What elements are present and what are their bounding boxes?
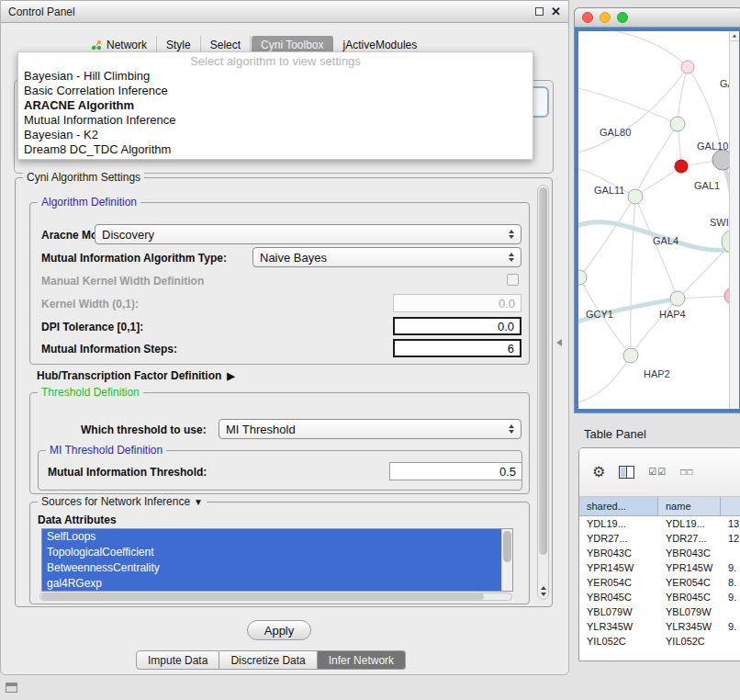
collapse-arrow-icon[interactable]: ▼ bbox=[194, 497, 203, 507]
which-threshold-select[interactable]: MI Threshold bbox=[219, 419, 521, 439]
scrollbar-thumb[interactable] bbox=[539, 187, 547, 555]
cell: YBL079W bbox=[658, 604, 721, 619]
cyni-algorithm-settings-group: Cyni Algorithm Settings Algorithm Defini… bbox=[15, 177, 553, 607]
table-row[interactable]: YBR043C YBR043C bbox=[579, 546, 740, 560]
mi-type-label: Mutual Information Algorithm Type: bbox=[41, 252, 227, 265]
minimize-traffic-light[interactable] bbox=[600, 12, 611, 23]
gear-icon[interactable]: ⚙ bbox=[592, 465, 605, 480]
scrollbar-arrows[interactable] bbox=[538, 584, 548, 598]
column-header-clipped[interactable] bbox=[721, 497, 740, 516]
mi-type-select[interactable]: Naive Bayes bbox=[252, 247, 521, 267]
network-node-label: GAL4 bbox=[653, 235, 678, 246]
table-row[interactable]: YER054C YER054C 8. bbox=[579, 575, 740, 590]
dropdown-item[interactable]: Mutual Information Inference bbox=[18, 113, 533, 128]
dropdown-item-selected[interactable]: ARACNE Algorithm bbox=[18, 98, 533, 113]
network-node-label: GAL80 bbox=[600, 127, 631, 138]
table-row[interactable]: YPR145W YPR145W 9. bbox=[579, 560, 740, 575]
cell: YBR043C bbox=[658, 546, 721, 560]
zoom-traffic-light[interactable] bbox=[617, 12, 628, 23]
sources-group: Sources for Network Inference ▼ Data Att… bbox=[29, 502, 530, 604]
deselect-all-checkboxes-icon[interactable]: □□ bbox=[680, 468, 693, 477]
select-all-checkboxes-icon[interactable]: ☑☑ bbox=[648, 468, 667, 477]
docked-panel-icon[interactable] bbox=[6, 683, 17, 693]
close-icon[interactable]: ✕ bbox=[551, 6, 561, 17]
tab-discretize-data[interactable]: Discretize Data bbox=[219, 650, 317, 670]
list-horizontal-scrollbar[interactable] bbox=[39, 593, 512, 601]
apply-button[interactable]: Apply bbox=[247, 620, 311, 640]
column-header-shared-name[interactable]: shared... bbox=[579, 497, 658, 516]
mi-threshold-group: MI Threshold Definition Mutual Informati… bbox=[38, 450, 522, 491]
kernel-width-field[interactable]: 0.0 bbox=[393, 294, 521, 312]
control-panel-window: Control Panel ✕ Network Style Select Cyn… bbox=[0, 0, 569, 675]
tab-label: Network bbox=[107, 39, 147, 51]
scroll-up-icon[interactable] bbox=[541, 586, 546, 590]
dpi-tolerance-field[interactable]: 0.0 bbox=[393, 317, 521, 335]
tab-impute-data[interactable]: Impute Data bbox=[136, 650, 219, 670]
cell bbox=[721, 546, 740, 560]
hub-definition-label: Hub/Transcription Factor Definition bbox=[37, 369, 221, 382]
network-node[interactable] bbox=[670, 291, 685, 306]
network-tab-icon bbox=[91, 40, 102, 51]
hub-definition-expander[interactable]: Hub/Transcription Factor Definition ▶ bbox=[37, 369, 235, 382]
network-window-titlebar[interactable] bbox=[575, 8, 740, 28]
column-header-name[interactable]: name bbox=[658, 497, 721, 516]
network-node[interactable] bbox=[578, 270, 587, 285]
table-row[interactable]: YIL052C YIL052C bbox=[579, 634, 740, 649]
selected-value: Naive Bayes bbox=[260, 251, 327, 265]
table-row[interactable]: YBR045C YBR045C 9. bbox=[579, 590, 740, 604]
manual-kernel-checkbox[interactable] bbox=[507, 274, 519, 286]
scrollbar-thumb[interactable] bbox=[41, 593, 484, 600]
dropdown-item[interactable]: Basic Correlation Inference bbox=[18, 84, 533, 98]
list-item[interactable]: BetweennessCentrality bbox=[42, 560, 501, 576]
network-node-label: GAL1 bbox=[694, 180, 720, 191]
cell: 9. bbox=[721, 560, 740, 575]
scrollbar-thumb[interactable] bbox=[503, 531, 511, 562]
dropdown-item[interactable]: Bayesian - Hill Climbing bbox=[18, 69, 533, 84]
table-row[interactable]: YDR27... YDR27... 12 bbox=[579, 531, 740, 546]
data-attributes-list[interactable]: SelfLoops TopologicalCoefficient Between… bbox=[41, 528, 513, 592]
table-panel-title: Table Panel bbox=[584, 427, 646, 441]
sources-expander[interactable]: Sources for Network Inference ▼ bbox=[38, 495, 207, 508]
list-item[interactable]: SelfLoops bbox=[42, 529, 501, 545]
network-node[interactable] bbox=[623, 348, 638, 363]
mi-steps-field[interactable]: 6 bbox=[393, 339, 521, 357]
dropdown-item[interactable]: Dream8 DC_TDC Algorithm bbox=[18, 142, 533, 157]
combo-arrows-icon bbox=[501, 253, 514, 262]
cell: YLR345W bbox=[658, 619, 721, 634]
list-item[interactable]: TopologicalCoefficient bbox=[42, 545, 501, 560]
network-canvas[interactable]: GAL80 GAL10 GAL11 GAL1 SWI4 GAL4 GCY1 HA… bbox=[578, 31, 739, 409]
network-scrollbar[interactable] bbox=[729, 31, 739, 409]
cell: YIL052C bbox=[658, 634, 721, 649]
settings-scrollbar[interactable] bbox=[537, 185, 549, 600]
tab-infer-network[interactable]: Infer Network bbox=[318, 650, 406, 670]
control-panel-titlebar[interactable]: Control Panel ✕ bbox=[1, 1, 568, 23]
cell: 9. bbox=[721, 619, 740, 634]
table-toolbar: ⚙ ☑☑ □□ bbox=[579, 448, 740, 497]
aracne-mode-select[interactable]: Discovery bbox=[95, 224, 521, 244]
group-title: Cyni Algorithm Settings bbox=[23, 171, 144, 184]
cell: 9. bbox=[721, 590, 740, 604]
cell: YDL19... bbox=[579, 516, 658, 531]
float-window-icon[interactable] bbox=[535, 7, 544, 16]
mi-threshold-field[interactable]: 0.5 bbox=[389, 462, 522, 480]
table-row[interactable]: YLR345W YLR345W 9. bbox=[579, 619, 740, 634]
network-node[interactable] bbox=[675, 160, 688, 173]
close-traffic-light[interactable] bbox=[582, 12, 593, 23]
cell: YER054C bbox=[658, 575, 721, 590]
cell: YDR27... bbox=[579, 531, 658, 546]
expand-arrow-icon[interactable]: ▶ bbox=[227, 370, 234, 382]
scroll-up-button[interactable] bbox=[730, 31, 739, 41]
table-row[interactable]: YDL19... YDL19... 13 bbox=[579, 516, 740, 531]
dropdown-item[interactable]: Bayesian - K2 bbox=[18, 128, 533, 142]
panel-collapse-icon[interactable] bbox=[556, 339, 562, 346]
dpi-tolerance-label: DPI Tolerance [0,1]: bbox=[41, 321, 143, 333]
scroll-down-icon[interactable] bbox=[541, 593, 546, 596]
network-node[interactable] bbox=[628, 189, 643, 204]
columns-icon[interactable] bbox=[619, 466, 634, 479]
network-node-label: HAP2 bbox=[644, 368, 670, 379]
list-item[interactable]: gal4RGexp bbox=[42, 576, 501, 592]
list-scrollbar[interactable] bbox=[501, 529, 512, 591]
network-node[interactable] bbox=[670, 117, 685, 131]
table-row[interactable]: YBL079W YBL079W bbox=[579, 604, 740, 619]
network-node[interactable] bbox=[681, 61, 694, 73]
